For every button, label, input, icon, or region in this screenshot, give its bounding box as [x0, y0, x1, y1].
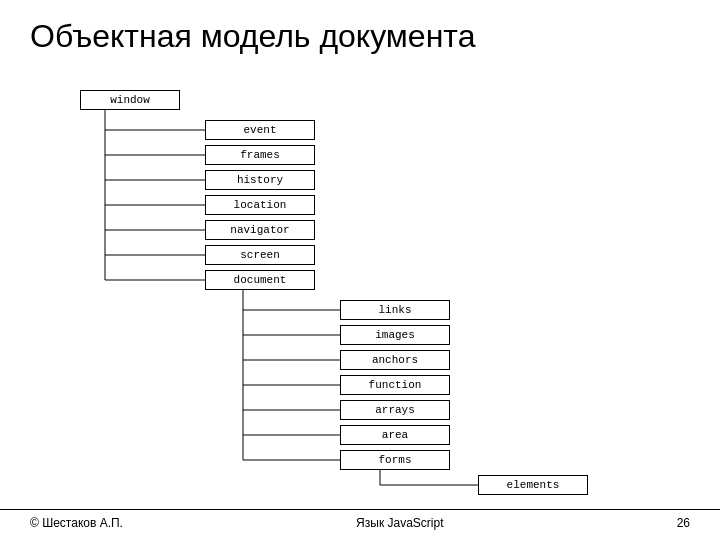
node-elements: elements: [478, 475, 588, 495]
node-location: location: [205, 195, 315, 215]
node-screen: screen: [205, 245, 315, 265]
node-history: history: [205, 170, 315, 190]
diagram-area: window event frames history location nav…: [30, 80, 690, 500]
node-function: function: [340, 375, 450, 395]
footer-copyright: © Шестаков А.П.: [30, 516, 123, 530]
node-navigator: navigator: [205, 220, 315, 240]
node-arrays: arrays: [340, 400, 450, 420]
node-images: images: [340, 325, 450, 345]
node-frames: frames: [205, 145, 315, 165]
node-window: window: [80, 90, 180, 110]
footer-page: 26: [677, 516, 690, 530]
node-event: event: [205, 120, 315, 140]
footer: © Шестаков А.П. Язык JavaScript 26: [0, 509, 720, 530]
node-area: area: [340, 425, 450, 445]
node-forms: forms: [340, 450, 450, 470]
footer-subject: Язык JavaScript: [356, 516, 443, 530]
node-anchors: anchors: [340, 350, 450, 370]
node-links: links: [340, 300, 450, 320]
node-document: document: [205, 270, 315, 290]
page-title: Объектная модель документа: [0, 0, 720, 65]
